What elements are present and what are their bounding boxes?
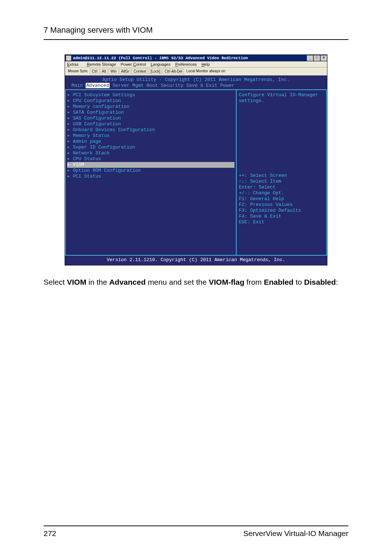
bios-help-line: Enter: Select xyxy=(239,184,324,190)
menubar: Extras Remote Storage Power Control Lang… xyxy=(65,61,327,68)
page-number: 272 xyxy=(44,529,56,538)
tab-power[interactable]: Power xyxy=(220,83,234,88)
menu-remote-storage[interactable]: Remote Storage xyxy=(87,62,116,66)
tab-boot[interactable]: Boot xyxy=(147,83,158,88)
minimize-button[interactable]: _ xyxy=(307,55,313,61)
bios-item-admin-page[interactable]: ▸ Admin page xyxy=(67,139,234,145)
bios-help-line: F4: Save & Exit xyxy=(239,214,324,219)
bios-tabs: Main Advanced Server Mgmt Boot Security … xyxy=(65,83,327,89)
menu-extras[interactable]: Extras xyxy=(67,62,82,66)
bios-help-panel: Configure Virtual IO-Manager settings. +… xyxy=(236,89,327,256)
bios-footer: Version 2.11.1210. Copyright (C) 2011 Am… xyxy=(65,256,327,265)
bios-help-text: Configure Virtual IO-Manager settings. xyxy=(239,92,324,104)
bios-item-option-rom-configuration[interactable]: ▸ Option ROM Configuration xyxy=(67,168,234,174)
mouse-sync-label[interactable]: Mouse Sync xyxy=(66,69,89,74)
maximize-button[interactable]: □ xyxy=(314,55,320,61)
menu-power-control[interactable]: Power Control xyxy=(121,62,146,66)
window-titlebar: admin@111.12.11.22 (Full Control) - iRMC… xyxy=(65,55,327,61)
tab-save-exit[interactable]: Save & Exit xyxy=(186,83,217,88)
bios-item-sas-configuration[interactable]: ▸ SAS Configuration xyxy=(67,115,234,121)
toolbar-context[interactable]: Context xyxy=(132,69,148,74)
local-monitor-label: Local Monitor always on xyxy=(185,69,226,74)
bios-item-pci-status[interactable]: ▸ PCI Status xyxy=(67,174,234,179)
bios-help-line: ↑↓: Select Item xyxy=(239,179,324,184)
menu-help[interactable]: Help xyxy=(201,62,210,66)
bios-help-line: ESC: Exit xyxy=(239,219,324,225)
bios-help-line: F2: Previous Values xyxy=(239,202,324,208)
menu-languages[interactable]: Languages xyxy=(151,62,170,66)
app-icon xyxy=(66,56,71,61)
bios-item-cpu-configuration[interactable]: ▸ CPU Configuration xyxy=(67,98,234,104)
toolbar-win[interactable]: Win xyxy=(109,69,118,74)
bios-help-line: +/-: Change Opt. xyxy=(239,190,324,196)
menu-preferences[interactable]: Preferences xyxy=(175,62,197,66)
bios-menu-list: ▸ PCI Subsystem Settings▸ CPU Configurat… xyxy=(65,89,236,256)
bios-item-usb-configuration[interactable]: ▸ USB Configuration xyxy=(67,121,234,127)
section-header: 7 Managing servers with VIOM xyxy=(44,25,348,40)
window-title: admin@111.12.11.22 (Full Control) - iRMC… xyxy=(72,56,306,60)
toolbar-ctrl[interactable]: Ctrl xyxy=(90,69,99,74)
bios-item-viom[interactable]: ▸ VIOM xyxy=(67,162,234,168)
footer-title: ServerView Virtual-IO Manager xyxy=(243,529,348,538)
bios-header: Aptio Setup Utility - Copyright (C) 2011… xyxy=(65,76,327,83)
tab-security[interactable]: Security xyxy=(161,83,183,88)
bios-item-memory-configuration[interactable]: ▸ Memory configuration xyxy=(67,104,234,110)
bios-help-line: F3: Optimized Defaults xyxy=(239,208,324,214)
bios-item-sata-configuration[interactable]: ▸ SATA Configuration xyxy=(67,110,234,115)
bios-help-line: F1: General Help xyxy=(239,196,324,202)
bios-item-network-stack[interactable]: ▸ Network Stack xyxy=(67,150,234,156)
bios-screenshot: admin@111.12.11.22 (Full Control) - iRMC… xyxy=(65,54,327,265)
toolbar-ctrl-alt-del[interactable]: Ctrl-Alt-Del xyxy=(163,69,184,74)
close-button[interactable]: × xyxy=(320,55,327,61)
toolbar-altgr[interactable]: AltGr xyxy=(119,69,131,74)
tab-main[interactable]: Main xyxy=(72,83,83,88)
bios-item-onboard-devices-configuration[interactable]: ▸ Onboard Devices Configuration xyxy=(67,127,234,133)
figure-caption: Select VIOM in the Advanced menu and set… xyxy=(44,277,348,287)
toolbar-lock[interactable]: [Lock] xyxy=(149,69,162,74)
bios-screen: Aptio Setup Utility - Copyright (C) 2011… xyxy=(65,76,327,265)
toolbar-alt[interactable]: Alt xyxy=(100,69,108,74)
bios-item-pci-subsystem-settings[interactable]: ▸ PCI Subsystem Settings xyxy=(67,92,234,98)
bios-item-memory-status[interactable]: ▸ Memory Status xyxy=(67,133,234,139)
toolbar: Mouse Sync Ctrl Alt Win AltGr Context [L… xyxy=(65,68,327,76)
tab-server-mgmt[interactable]: Server Mgmt xyxy=(113,83,144,88)
tab-advanced[interactable]: Advanced xyxy=(86,83,110,88)
bios-help-line: ++: Select Screen xyxy=(239,173,324,179)
bios-item-super-io-configuration[interactable]: ▸ Super IO Configuration xyxy=(67,145,234,150)
bios-item-cpu-status[interactable]: ▸ CPU Status xyxy=(67,156,234,162)
